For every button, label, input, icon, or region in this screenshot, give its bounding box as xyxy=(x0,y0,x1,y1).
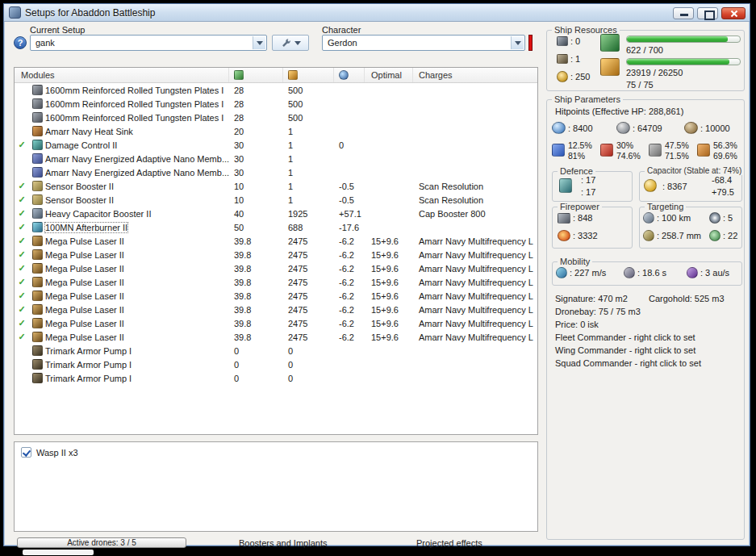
launcher-hardpoint-icon xyxy=(557,54,568,64)
module-row[interactable]: ✓ Mega Pulse Laser II 39.8 2475 -6.2 15+… xyxy=(15,316,537,330)
resist-thermal-cell: 30% 74.6% xyxy=(600,140,647,163)
defence-value-2: : 17 xyxy=(581,187,595,197)
module-active-check[interactable]: ✓ xyxy=(15,291,29,301)
module-row[interactable]: Amarr Navy Heat Sink 20 1 xyxy=(15,124,537,138)
module-powergrid: 2475 xyxy=(283,305,334,315)
drone-item[interactable]: Wasp II x3 xyxy=(15,442,537,458)
module-row[interactable]: ✓ Mega Pulse Laser II 39.8 2475 -6.2 15+… xyxy=(15,275,537,289)
module-row[interactable]: 1600mm Reinforced Rolled Tungsten Plates… xyxy=(15,111,537,124)
module-row[interactable]: ✓ Damage Control II 30 1 0 xyxy=(15,138,537,152)
active-drones-bar[interactable]: Active drones: 3 / 5 xyxy=(17,537,186,548)
module-active-check[interactable]: ✓ xyxy=(15,277,29,287)
speed-icon xyxy=(556,267,567,278)
module-active-check[interactable]: ✓ xyxy=(15,140,29,150)
module-active-check[interactable]: ✓ xyxy=(15,236,29,246)
armor-plate-icon xyxy=(32,85,43,95)
module-active-check[interactable]: ✓ xyxy=(15,318,29,328)
module-active-check[interactable]: ✓ xyxy=(15,222,29,232)
module-active-check[interactable]: ✓ xyxy=(15,249,29,260)
chevron-down-icon[interactable] xyxy=(253,36,265,49)
module-name: Mega Pulse Laser II xyxy=(45,250,124,260)
drone-checkbox[interactable] xyxy=(21,447,31,458)
module-optimal: 15+9.6 xyxy=(365,236,413,246)
explosive-resist-shield: 56.3% xyxy=(713,140,737,150)
module-row[interactable]: ✓ Mega Pulse Laser II 39.8 2475 -6.2 15+… xyxy=(15,289,537,303)
module-row[interactable]: ✓ Sensor Booster II 10 1 -0.5 Scan Resol… xyxy=(15,193,537,207)
shield-icon xyxy=(552,122,566,134)
module-cap-use: -6.2 xyxy=(334,250,365,260)
pulse-laser-icon xyxy=(32,249,43,260)
calibration-icon xyxy=(557,71,568,82)
minimize-button[interactable] xyxy=(673,7,694,19)
module-active-check[interactable]: ✓ xyxy=(15,263,29,274)
module-row[interactable]: Trimark Armor Pump I 0 0 xyxy=(15,344,537,357)
close-button[interactable] xyxy=(721,7,746,19)
module-cpu: 30 xyxy=(229,168,283,178)
module-row[interactable]: ✓ Mega Pulse Laser II 39.8 2475 -6.2 15+… xyxy=(15,261,537,275)
tab-projected-effects[interactable]: Projected effects xyxy=(416,538,482,548)
modules-header[interactable]: Modules Optimal Charges xyxy=(15,68,537,83)
module-row[interactable]: 1600mm Reinforced Rolled Tungsten Plates… xyxy=(15,97,537,111)
module-name: Amarr Navy Energized Adaptive Nano Memb.… xyxy=(45,154,229,164)
module-cpu: 28 xyxy=(229,86,283,95)
wing-commander-slot[interactable]: Wing Commander - right click to set xyxy=(555,345,695,355)
module-cpu: 0 xyxy=(229,346,283,356)
module-charge: Amarr Navy Multifrequency L xyxy=(413,264,537,274)
module-active-check[interactable]: ✓ xyxy=(15,332,29,342)
module-active-check[interactable]: ✓ xyxy=(15,208,29,219)
setup-combobox[interactable]: gank xyxy=(30,35,267,51)
wrench-icon xyxy=(281,38,291,48)
module-row[interactable]: ✓ Mega Pulse Laser II 39.8 2475 -6.2 15+… xyxy=(15,234,537,248)
module-row[interactable]: ✓ Mega Pulse Laser II 39.8 2475 -6.2 15+… xyxy=(15,303,537,316)
module-active-check[interactable]: ✓ xyxy=(15,181,29,191)
targeting-label: Targeting xyxy=(645,202,686,211)
module-powergrid: 2475 xyxy=(283,319,334,328)
module-row[interactable]: Trimark Armor Pump I 0 0 xyxy=(15,357,537,371)
module-name: Heavy Capacitor Booster II xyxy=(45,209,151,219)
defence-icon xyxy=(559,178,572,193)
module-name: Mega Pulse Laser II xyxy=(45,278,124,287)
module-row[interactable]: 1600mm Reinforced Rolled Tungsten Plates… xyxy=(15,83,537,97)
title-bar[interactable]: Setups for Abaddon Battleship xyxy=(4,4,750,22)
module-active-check[interactable]: ✓ xyxy=(15,304,29,315)
squad-commander-slot[interactable]: Squad Commander - right click to set xyxy=(555,358,701,368)
module-row[interactable]: Amarr Navy Energized Adaptive Nano Memb.… xyxy=(15,152,537,165)
setup-tools-button[interactable] xyxy=(272,35,309,51)
module-row[interactable]: Trimark Armor Pump I 0 0 xyxy=(15,371,537,385)
module-row[interactable]: ✓ Mega Pulse Laser II 39.8 2475 -6.2 15+… xyxy=(15,330,537,344)
module-charge: Cap Booster 800 xyxy=(413,209,537,219)
tab-boosters-implants[interactable]: Boosters and Implants xyxy=(239,538,327,548)
chevron-down-icon[interactable] xyxy=(511,36,524,49)
module-row[interactable]: ✓ Sensor Booster II 10 1 -0.5 Scan Resol… xyxy=(15,179,537,193)
module-cap-use: -0.5 xyxy=(334,182,365,191)
scan-resolution: : 258.7 mm xyxy=(657,231,701,240)
module-row[interactable]: ✓ 100MN Afterburner II 50 688 -17.6 xyxy=(15,220,537,234)
module-row[interactable]: ✓ Heavy Capacitor Booster II 40 1925 +57… xyxy=(15,207,537,220)
drone-label: Wasp II x3 xyxy=(36,448,78,458)
window-title: Setups for Abaddon Battleship xyxy=(25,7,155,19)
cpu-icon xyxy=(600,34,620,52)
defence-group: Defence : 17 : 17 xyxy=(552,171,633,202)
help-icon[interactable] xyxy=(14,36,27,49)
module-optimal: 15+9.6 xyxy=(365,278,413,287)
drones-panel: Wasp II x3 xyxy=(14,441,538,532)
maximize-button[interactable] xyxy=(697,7,718,19)
firepower-label: Firepower xyxy=(558,202,602,211)
structure-icon xyxy=(684,122,698,134)
module-row[interactable]: Amarr Navy Energized Adaptive Nano Memb.… xyxy=(15,165,537,179)
module-cpu: 39.8 xyxy=(229,250,283,260)
character-combobox[interactable]: Gerdon xyxy=(322,35,525,51)
fleet-commander-slot[interactable]: Fleet Commander - right click to set xyxy=(555,332,695,342)
module-row[interactable]: ✓ Mega Pulse Laser II 39.8 2475 -6.2 15+… xyxy=(15,248,537,261)
thermal-resist-armor: 74.6% xyxy=(616,151,641,161)
turret-hardpoint-icon xyxy=(557,36,568,46)
module-powergrid: 2475 xyxy=(283,250,334,260)
module-powergrid: 2475 xyxy=(283,236,334,246)
module-name: 1600mm Reinforced Rolled Tungsten Plates… xyxy=(45,113,223,123)
calibration-value: : 250 xyxy=(570,72,590,82)
module-active-check[interactable]: ✓ xyxy=(15,194,29,205)
align-time: : 18.6 s xyxy=(637,268,666,278)
module-name: Sensor Booster II xyxy=(45,195,114,205)
module-cpu: 10 xyxy=(229,195,283,205)
defence-value-1: : 17 xyxy=(581,175,595,185)
